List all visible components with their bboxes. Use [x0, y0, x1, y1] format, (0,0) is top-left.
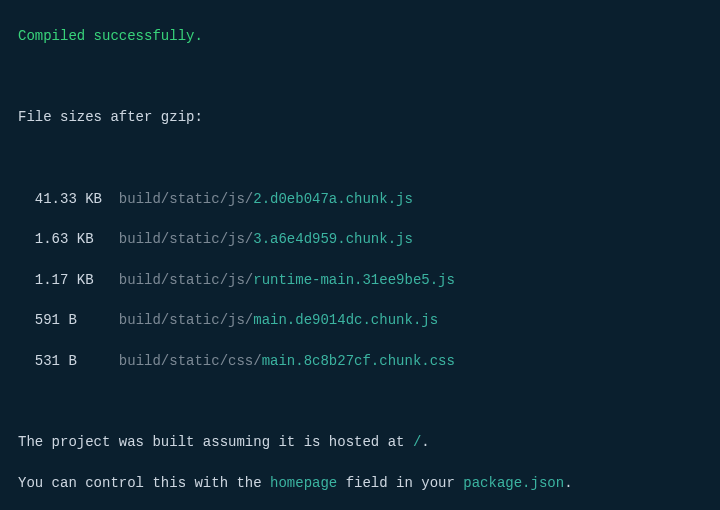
file-size: 591 B — [35, 310, 111, 330]
hosted-line-1: The project was built assuming it is hos… — [18, 432, 702, 452]
file-name: 3.a6e4d959.chunk.js — [253, 231, 413, 247]
file-dir: build/static/css/ — [119, 353, 262, 369]
blank-line — [18, 67, 702, 87]
file-name: main.de9014dc.chunk.js — [253, 312, 438, 328]
blank-line — [18, 148, 702, 168]
file-dir: build/static/js/ — [119, 231, 253, 247]
file-row: 41.33 KB build/static/js/2.d0eb047a.chun… — [18, 189, 702, 209]
terminal-output: Compiled successfully. File sizes after … — [0, 0, 720, 510]
file-dir: build/static/js/ — [119, 312, 253, 328]
file-name: runtime-main.31ee9be5.js — [253, 272, 455, 288]
file-size: 1.63 KB — [35, 229, 111, 249]
file-size: 531 B — [35, 351, 111, 371]
file-row: 1.63 KB build/static/js/3.a6e4d959.chunk… — [18, 229, 702, 249]
gzip-title: File sizes after gzip: — [18, 107, 702, 127]
blank-line — [18, 392, 702, 412]
file-dir: build/static/js/ — [119, 191, 253, 207]
file-size: 41.33 KB — [35, 189, 111, 209]
file-size: 1.17 KB — [35, 270, 111, 290]
file-row: 1.17 KB build/static/js/runtime-main.31e… — [18, 270, 702, 290]
file-name: main.8c8b27cf.chunk.css — [262, 353, 455, 369]
file-row: 531 B build/static/css/main.8c8b27cf.chu… — [18, 351, 702, 371]
file-dir: build/static/js/ — [119, 272, 253, 288]
file-name: 2.d0eb047a.chunk.js — [253, 191, 413, 207]
compiled-status: Compiled successfully. — [18, 26, 702, 46]
hosted-line-2: You can control this with the homepage f… — [18, 473, 702, 493]
file-row: 591 B build/static/js/main.de9014dc.chun… — [18, 310, 702, 330]
